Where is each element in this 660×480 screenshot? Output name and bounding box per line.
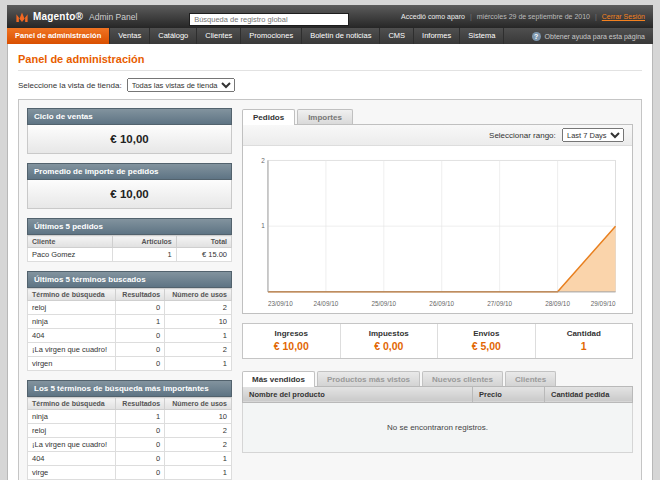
nav-item-promociones[interactable]: Promociones <box>241 28 302 44</box>
column-header: Resultados <box>116 289 165 301</box>
table-row[interactable]: ninja110 <box>28 315 232 329</box>
app-frame: Magento® Admin Panel Accedió como aparo … <box>7 5 653 480</box>
nav-item-sistema[interactable]: Sistema <box>460 28 504 44</box>
table-cell: ¡La virgen que cuadro! <box>28 438 116 452</box>
nav-item-panel-de-administraci-n[interactable]: Panel de administración <box>7 28 110 44</box>
table-row[interactable]: reloj02 <box>28 424 232 438</box>
table-header-row: Término de búsquedaResultadosNúmero de u… <box>28 289 232 301</box>
top-header: Magento® Admin Panel Accedió como aparo … <box>7 5 653 28</box>
totals-bar: Ingresos€ 10,00Impuestos€ 0,00Envíos€ 5,… <box>242 323 633 359</box>
nav-item-cat-logo[interactable]: Catálogo <box>150 28 197 44</box>
tab-nuevos-clientes[interactable]: Nuevos clientes <box>422 371 503 387</box>
table-cell: 0 <box>116 452 165 466</box>
total-value: € 5,00 <box>442 340 531 352</box>
table-cell: ¡La virgen que cuadro! <box>28 343 116 357</box>
svg-text:28/09/10: 28/09/10 <box>545 300 570 307</box>
widget-title: Últimos 5 pedidos <box>27 218 232 235</box>
column-header: Término de búsqueda <box>28 289 116 301</box>
nav-item-cms[interactable]: CMS <box>380 28 414 44</box>
tab-importes[interactable]: Importes <box>297 109 353 125</box>
table-header-row: Nombre del productoPrecioCantidad pedida <box>243 386 633 402</box>
global-search-input[interactable] <box>189 13 349 26</box>
average-orders-value: € 10,00 <box>27 180 232 209</box>
table-row[interactable]: 40401 <box>28 452 232 466</box>
table-cell: 0 <box>116 424 165 438</box>
widget-title: Últimos 5 términos buscados <box>27 271 232 288</box>
nav-item-bolet-n-de-noticias[interactable]: Boletín de noticias <box>302 28 380 44</box>
table-cell: 1 <box>116 410 165 424</box>
table-cell: 2 <box>165 301 232 315</box>
table-cell: virgen <box>28 357 116 371</box>
table-cell: virge <box>28 466 116 480</box>
divider: | <box>470 13 472 20</box>
table-cell: 1 <box>116 315 165 329</box>
table-cell: € 15.00 <box>176 248 231 262</box>
table-cell: ninja <box>28 315 116 329</box>
tab-m-s-vendidos[interactable]: Más vendidos <box>242 371 315 387</box>
table-cell: 0 <box>116 438 165 452</box>
help-link[interactable]: ? Obtener ayuda para esta página <box>524 28 653 44</box>
lifetime-sales-widget: Ciclo de ventas € 10,00 <box>27 108 232 154</box>
table-cell: 0 <box>116 329 165 343</box>
table-cell: 0 <box>116 357 165 371</box>
column-header: Número de usos <box>165 289 232 301</box>
column-header: Total <box>176 236 231 248</box>
table-row[interactable]: ninja110 <box>28 410 232 424</box>
top-search-table: Término de búsquedaResultadosNúmero de u… <box>27 397 232 480</box>
top-search-terms-widget: Los 5 términos de búsqueda más important… <box>27 380 232 480</box>
page-content: Panel de administración Seleccione la vi… <box>7 44 653 480</box>
table-row[interactable]: ¡La virgen que cuadro!02 <box>28 343 232 357</box>
last-orders-table: ClienteArtículosTotal Paco Gomez1€ 15.00 <box>27 235 232 262</box>
column-header: Nombre del producto <box>243 386 473 402</box>
table-header-row: Término de búsquedaResultadosNúmero de u… <box>28 398 232 410</box>
table-row[interactable]: virgen01 <box>28 357 232 371</box>
range-select[interactable]: Last 7 Days <box>562 128 624 142</box>
range-label: Seleccionar rango: <box>489 131 556 140</box>
table-row[interactable]: Paco Gomez1€ 15.00 <box>28 248 232 262</box>
widget-title: Promedio de importe de pedidos <box>27 163 232 180</box>
table-header-row: ClienteArtículosTotal <box>28 236 232 248</box>
table-cell: 10 <box>165 315 232 329</box>
svg-text:25/09/10: 25/09/10 <box>371 300 396 307</box>
nav-item-clientes[interactable]: Clientes <box>197 28 241 44</box>
table-cell: 1 <box>112 248 176 262</box>
column-header: Número de usos <box>165 398 232 410</box>
table-row[interactable]: ¡La virgen que cuadro!02 <box>28 438 232 452</box>
table-row[interactable]: virge01 <box>28 466 232 480</box>
dashboard: Ciclo de ventas € 10,00 Promedio de impo… <box>18 99 642 480</box>
store-view-select[interactable]: Todas las vistas de tienda <box>127 78 235 92</box>
total-value: € 0,00 <box>345 340 434 352</box>
store-switcher: Seleccione la vista de tienda: Todas las… <box>18 78 642 92</box>
total-label: Impuestos <box>345 329 434 338</box>
main-nav: Panel de administraciónVentasCatálogoCli… <box>7 28 653 44</box>
table-cell: 10 <box>165 410 232 424</box>
help-label: Obtener ayuda para esta página <box>545 33 645 40</box>
tab-productos-m-s-vistos[interactable]: Productos más vistos <box>317 371 420 387</box>
table-cell: 1 <box>165 357 232 371</box>
total-label: Envíos <box>442 329 531 338</box>
tab-clientes[interactable]: Clientes <box>505 371 556 387</box>
nav-item-informes[interactable]: Informes <box>414 28 460 44</box>
svg-text:26/09/10: 26/09/10 <box>429 300 454 307</box>
column-header: Cantidad pedida <box>545 386 633 402</box>
logout-link[interactable]: Cerrar Sesión <box>602 13 645 20</box>
bottom-tabs: Más vendidosProductos más vistosNuevos c… <box>242 370 633 386</box>
svg-text:27/09/10: 27/09/10 <box>487 300 512 307</box>
dashboard-left-column: Ciclo de ventas € 10,00 Promedio de impo… <box>27 108 232 480</box>
header-date: miércoles 29 de septiembre de 2010 <box>477 13 590 20</box>
table-cell: 1 <box>165 329 232 343</box>
diagram-tabs: PedidosImportes <box>242 108 633 124</box>
table-cell: 2 <box>165 343 232 357</box>
table-cell: 404 <box>28 329 116 343</box>
table-row[interactable]: reloj02 <box>28 301 232 315</box>
total-value: 1 <box>540 340 629 352</box>
svg-text:1: 1 <box>261 222 265 229</box>
chart-area: 1223/09/1024/09/1025/09/1026/09/1027/09/… <box>243 146 632 313</box>
nav-item-ventas[interactable]: Ventas <box>110 28 150 44</box>
svg-text:24/09/10: 24/09/10 <box>314 300 339 307</box>
svg-text:29/09/10: 29/09/10 <box>591 300 616 307</box>
table-row[interactable]: 40401 <box>28 329 232 343</box>
table-cell: 1 <box>165 452 232 466</box>
tab-pedidos[interactable]: Pedidos <box>242 109 295 125</box>
products-table: Nombre del productoPrecioCantidad pedida… <box>242 386 633 453</box>
